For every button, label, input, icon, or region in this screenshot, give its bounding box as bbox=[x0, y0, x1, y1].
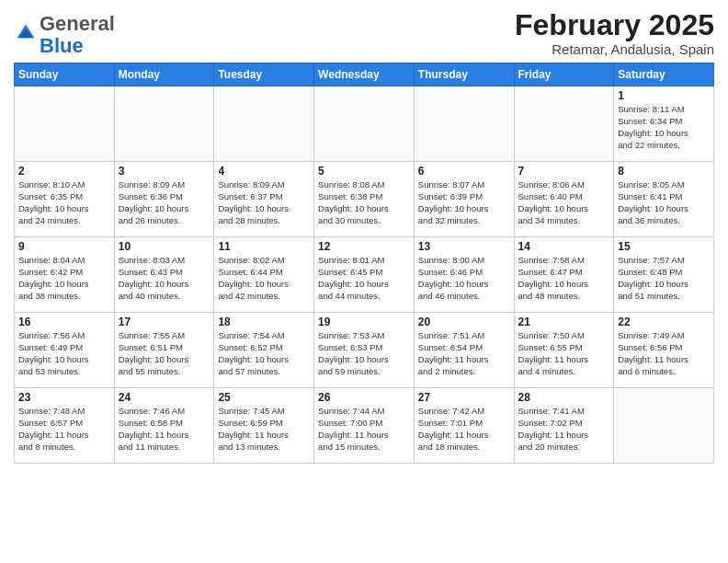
calendar-day: 6Sunrise: 8:07 AM Sunset: 6:39 PM Daylig… bbox=[414, 162, 514, 237]
month-year: February 2025 bbox=[515, 9, 714, 41]
day-number: 24 bbox=[119, 391, 210, 404]
calendar-day: 16Sunrise: 7:56 AM Sunset: 6:49 PM Dayli… bbox=[15, 313, 115, 388]
calendar-day bbox=[214, 86, 314, 162]
logo: General Blue bbox=[14, 13, 115, 57]
day-info: Sunrise: 8:05 AM Sunset: 6:41 PM Dayligh… bbox=[618, 179, 710, 226]
day-info: Sunrise: 7:58 AM Sunset: 6:47 PM Dayligh… bbox=[518, 255, 610, 302]
title-block: February 2025 Retamar, Andalusia, Spain bbox=[515, 9, 714, 57]
day-info: Sunrise: 7:44 AM Sunset: 7:00 PM Dayligh… bbox=[318, 406, 410, 453]
calendar-day: 9Sunrise: 8:04 AM Sunset: 6:42 PM Daylig… bbox=[15, 237, 115, 313]
calendar-day: 11Sunrise: 8:02 AM Sunset: 6:44 PM Dayli… bbox=[214, 237, 314, 313]
day-info: Sunrise: 8:09 AM Sunset: 6:37 PM Dayligh… bbox=[218, 179, 310, 226]
day-info: Sunrise: 7:57 AM Sunset: 6:48 PM Dayligh… bbox=[618, 255, 710, 302]
calendar-day: 14Sunrise: 7:58 AM Sunset: 6:47 PM Dayli… bbox=[514, 237, 614, 313]
calendar-day: 3Sunrise: 8:09 AM Sunset: 6:36 PM Daylig… bbox=[114, 162, 214, 237]
calendar-day: 25Sunrise: 7:45 AM Sunset: 6:59 PM Dayli… bbox=[214, 388, 314, 464]
weekday-header-row: SundayMondayTuesdayWednesdayThursdayFrid… bbox=[15, 63, 714, 86]
day-number: 17 bbox=[119, 316, 210, 328]
day-info: Sunrise: 8:08 AM Sunset: 6:38 PM Dayligh… bbox=[318, 179, 410, 226]
calendar-day: 17Sunrise: 7:55 AM Sunset: 6:51 PM Dayli… bbox=[114, 313, 214, 388]
calendar-day: 28Sunrise: 7:41 AM Sunset: 7:02 PM Dayli… bbox=[514, 388, 614, 464]
day-number: 28 bbox=[518, 391, 610, 404]
day-info: Sunrise: 7:51 AM Sunset: 6:54 PM Dayligh… bbox=[418, 330, 510, 377]
calendar-day: 26Sunrise: 7:44 AM Sunset: 7:00 PM Dayli… bbox=[314, 388, 415, 464]
day-number: 13 bbox=[418, 240, 510, 253]
day-number: 6 bbox=[418, 165, 510, 178]
weekday-monday: Monday bbox=[114, 63, 214, 86]
calendar-day bbox=[114, 86, 214, 162]
calendar-week-row: 2Sunrise: 8:10 AM Sunset: 6:35 PM Daylig… bbox=[15, 162, 714, 237]
day-number: 3 bbox=[119, 165, 210, 178]
day-info: Sunrise: 7:46 AM Sunset: 6:58 PM Dayligh… bbox=[119, 406, 210, 453]
day-info: Sunrise: 8:03 AM Sunset: 6:43 PM Dayligh… bbox=[119, 255, 210, 302]
day-number: 4 bbox=[218, 165, 310, 178]
day-info: Sunrise: 7:49 AM Sunset: 6:56 PM Dayligh… bbox=[618, 330, 710, 377]
day-info: Sunrise: 8:01 AM Sunset: 6:45 PM Dayligh… bbox=[318, 255, 410, 302]
day-number: 22 bbox=[618, 316, 710, 328]
day-info: Sunrise: 7:42 AM Sunset: 7:01 PM Dayligh… bbox=[418, 406, 510, 453]
calendar-day: 2Sunrise: 8:10 AM Sunset: 6:35 PM Daylig… bbox=[15, 162, 115, 237]
day-info: Sunrise: 7:48 AM Sunset: 6:57 PM Dayligh… bbox=[18, 406, 110, 453]
day-number: 1 bbox=[618, 89, 710, 102]
calendar-day: 21Sunrise: 7:50 AM Sunset: 6:55 PM Dayli… bbox=[514, 313, 614, 388]
day-info: Sunrise: 7:45 AM Sunset: 6:59 PM Dayligh… bbox=[218, 406, 310, 453]
logo-general: General bbox=[40, 12, 115, 35]
day-info: Sunrise: 8:10 AM Sunset: 6:35 PM Dayligh… bbox=[18, 179, 110, 226]
calendar-day bbox=[614, 388, 714, 464]
day-number: 9 bbox=[18, 240, 110, 253]
calendar-day: 10Sunrise: 8:03 AM Sunset: 6:43 PM Dayli… bbox=[114, 237, 214, 313]
calendar-table: SundayMondayTuesdayWednesdayThursdayFrid… bbox=[14, 63, 714, 464]
weekday-friday: Friday bbox=[514, 63, 614, 86]
weekday-tuesday: Tuesday bbox=[214, 63, 314, 86]
day-number: 15 bbox=[618, 240, 710, 253]
calendar-day bbox=[314, 86, 415, 162]
calendar-day: 5Sunrise: 8:08 AM Sunset: 6:38 PM Daylig… bbox=[314, 162, 415, 237]
day-number: 2 bbox=[18, 165, 110, 178]
day-info: Sunrise: 8:00 AM Sunset: 6:46 PM Dayligh… bbox=[418, 255, 510, 302]
day-number: 26 bbox=[318, 391, 410, 404]
page-container: General Blue February 2025 Retamar, Anda… bbox=[0, 0, 728, 468]
day-info: Sunrise: 7:41 AM Sunset: 7:02 PM Dayligh… bbox=[518, 406, 610, 453]
day-info: Sunrise: 8:09 AM Sunset: 6:36 PM Dayligh… bbox=[119, 179, 210, 226]
calendar-day: 19Sunrise: 7:53 AM Sunset: 6:53 PM Dayli… bbox=[314, 313, 415, 388]
calendar-day: 8Sunrise: 8:05 AM Sunset: 6:41 PM Daylig… bbox=[614, 162, 714, 237]
day-number: 27 bbox=[418, 391, 510, 404]
calendar-day: 27Sunrise: 7:42 AM Sunset: 7:01 PM Dayli… bbox=[414, 388, 514, 464]
location: Retamar, Andalusia, Spain bbox=[515, 41, 714, 57]
day-number: 10 bbox=[119, 240, 210, 253]
day-number: 25 bbox=[218, 391, 310, 404]
day-number: 11 bbox=[218, 240, 310, 253]
calendar-week-row: 16Sunrise: 7:56 AM Sunset: 6:49 PM Dayli… bbox=[15, 313, 714, 388]
calendar-week-row: 1Sunrise: 8:11 AM Sunset: 6:34 PM Daylig… bbox=[15, 86, 714, 162]
calendar-day: 13Sunrise: 8:00 AM Sunset: 6:46 PM Dayli… bbox=[414, 237, 514, 313]
day-info: Sunrise: 7:50 AM Sunset: 6:55 PM Dayligh… bbox=[518, 330, 610, 377]
calendar-day: 22Sunrise: 7:49 AM Sunset: 6:56 PM Dayli… bbox=[614, 313, 714, 388]
day-info: Sunrise: 8:07 AM Sunset: 6:39 PM Dayligh… bbox=[418, 179, 510, 226]
day-info: Sunrise: 8:02 AM Sunset: 6:44 PM Dayligh… bbox=[218, 255, 310, 302]
day-number: 20 bbox=[418, 316, 510, 328]
day-number: 12 bbox=[318, 240, 410, 253]
weekday-sunday: Sunday bbox=[15, 63, 115, 86]
day-info: Sunrise: 7:53 AM Sunset: 6:53 PM Dayligh… bbox=[318, 330, 410, 377]
calendar-day: 24Sunrise: 7:46 AM Sunset: 6:58 PM Dayli… bbox=[114, 388, 214, 464]
day-info: Sunrise: 8:06 AM Sunset: 6:40 PM Dayligh… bbox=[518, 179, 610, 226]
page-header: General Blue February 2025 Retamar, Anda… bbox=[14, 9, 714, 57]
calendar-week-row: 23Sunrise: 7:48 AM Sunset: 6:57 PM Dayli… bbox=[15, 388, 714, 464]
day-number: 14 bbox=[518, 240, 610, 253]
calendar-day: 12Sunrise: 8:01 AM Sunset: 6:45 PM Dayli… bbox=[314, 237, 415, 313]
calendar-day: 7Sunrise: 8:06 AM Sunset: 6:40 PM Daylig… bbox=[514, 162, 614, 237]
calendar-day: 1Sunrise: 8:11 AM Sunset: 6:34 PM Daylig… bbox=[614, 86, 714, 162]
day-number: 18 bbox=[218, 316, 310, 328]
calendar-day: 15Sunrise: 7:57 AM Sunset: 6:48 PM Dayli… bbox=[614, 237, 714, 313]
weekday-saturday: Saturday bbox=[614, 63, 714, 86]
day-info: Sunrise: 7:54 AM Sunset: 6:52 PM Dayligh… bbox=[218, 330, 310, 377]
calendar-day: 20Sunrise: 7:51 AM Sunset: 6:54 PM Dayli… bbox=[414, 313, 514, 388]
logo-blue: Blue bbox=[40, 34, 84, 57]
day-number: 23 bbox=[18, 391, 110, 404]
weekday-thursday: Thursday bbox=[414, 63, 514, 86]
day-number: 21 bbox=[518, 316, 610, 328]
calendar-day: 4Sunrise: 8:09 AM Sunset: 6:37 PM Daylig… bbox=[214, 162, 314, 237]
calendar-day: 23Sunrise: 7:48 AM Sunset: 6:57 PM Dayli… bbox=[15, 388, 115, 464]
calendar-day bbox=[414, 86, 514, 162]
logo-icon bbox=[16, 23, 36, 43]
